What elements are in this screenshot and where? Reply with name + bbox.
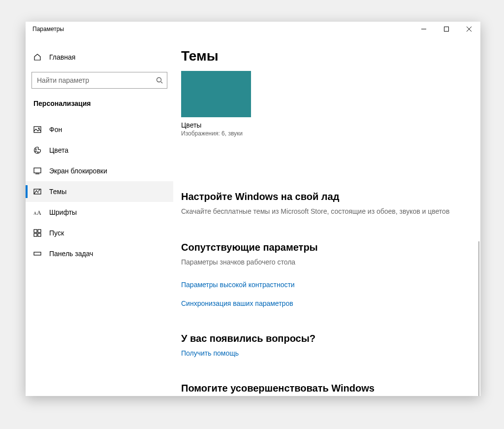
link-get-help[interactable]: Получить помощь: [181, 349, 471, 357]
sidebar-item-background[interactable]: Фон: [26, 119, 173, 140]
svg-rect-1: [444, 27, 449, 32]
svg-rect-20: [34, 252, 41, 255]
svg-text:A: A: [37, 209, 41, 216]
sidebar-item-label: Шрифты: [49, 208, 77, 216]
main-content: Темы Цветы Изображения: 6, звуки Настрой…: [173, 36, 480, 396]
svg-line-5: [161, 82, 162, 83]
questions-heading: У вас появились вопросы?: [181, 333, 471, 344]
themes-icon: [33, 188, 41, 196]
svg-rect-6: [34, 127, 41, 132]
sidebar-item-label: Пуск: [49, 229, 64, 237]
svg-rect-16: [34, 230, 37, 232]
related-heading: Сопутствующие параметры: [181, 242, 471, 253]
palette-icon: [33, 146, 41, 154]
related-desc: Параметры значков рабочего стола: [181, 258, 471, 266]
feedback-section: Помогите усовершенствовать Windows Остав…: [181, 383, 471, 396]
svg-text:A: A: [33, 211, 37, 216]
sidebar-item-label: Панель задач: [49, 250, 93, 258]
home-icon: [33, 53, 41, 61]
related-section: Сопутствующие параметры Параметры значко…: [181, 242, 471, 307]
customize-section: Настройте Windows на свой лад Скачайте б…: [181, 191, 471, 215]
search-input[interactable]: [36, 76, 156, 85]
customize-heading: Настройте Windows на свой лад: [181, 191, 471, 202]
svg-rect-19: [38, 233, 41, 236]
start-icon: [33, 229, 41, 237]
svg-rect-18: [34, 233, 37, 236]
sidebar-item-label: Фон: [49, 126, 62, 133]
sidebar: Главная Персонализация Фон: [26, 36, 173, 396]
sidebar-item-taskbar[interactable]: Панель задач: [26, 243, 173, 264]
lockscreen-icon: [33, 167, 41, 175]
svg-point-9: [35, 151, 36, 152]
picture-icon: [33, 126, 41, 133]
svg-point-8: [35, 149, 36, 150]
search-box[interactable]: [32, 72, 167, 89]
fonts-icon: AA: [33, 208, 41, 216]
svg-point-4: [157, 78, 161, 82]
svg-point-7: [38, 128, 39, 129]
minimize-button[interactable]: [412, 22, 435, 36]
link-sync-settings[interactable]: Синхронизация ваших параметров: [181, 299, 471, 307]
theme-name: Цветы: [181, 121, 471, 129]
theme-thumbnail[interactable]: [181, 71, 251, 117]
sidebar-item-start[interactable]: Пуск: [26, 223, 173, 243]
customize-desc: Скачайте бесплатные темы из Microsoft St…: [181, 207, 471, 215]
feedback-heading: Помогите усовершенствовать Windows: [181, 383, 471, 394]
titlebar: Параметры: [26, 22, 480, 36]
category-title: Персонализация: [26, 89, 173, 112]
page-title: Темы: [181, 48, 471, 64]
window-title: Параметры: [32, 22, 64, 36]
sidebar-item-label: Экран блокировки: [49, 167, 107, 175]
close-button[interactable]: [458, 22, 480, 36]
questions-section: У вас появились вопросы? Получить помощь: [181, 333, 471, 357]
minimize-icon: [421, 27, 426, 32]
search-icon: [156, 77, 163, 84]
sidebar-item-fonts[interactable]: AA Шрифты: [26, 202, 173, 223]
home-button[interactable]: Главная: [26, 48, 173, 66]
maximize-button[interactable]: [435, 22, 458, 36]
home-label: Главная: [49, 53, 75, 61]
window-controls: [412, 22, 480, 36]
sidebar-item-label: Цвета: [49, 146, 68, 154]
link-high-contrast[interactable]: Параметры высокой контрастности: [181, 281, 471, 289]
taskbar-icon: [33, 250, 41, 258]
scrollbar[interactable]: [478, 241, 479, 396]
settings-window: Параметры Главная: [26, 22, 480, 396]
svg-point-10: [37, 152, 38, 153]
sidebar-item-label: Темы: [49, 188, 66, 196]
nav: Фон Цвета Экран блокировки: [26, 119, 173, 264]
sidebar-item-lockscreen[interactable]: Экран блокировки: [26, 161, 173, 181]
sidebar-item-themes[interactable]: Темы: [26, 181, 173, 202]
svg-rect-11: [34, 168, 41, 173]
window-body: Главная Персонализация Фон: [26, 36, 480, 396]
maximize-icon: [444, 27, 449, 32]
theme-subtitle: Изображения: 6, звуки: [181, 130, 471, 137]
svg-rect-17: [38, 230, 41, 232]
sidebar-item-colors[interactable]: Цвета: [26, 140, 173, 161]
close-icon: [467, 27, 472, 32]
